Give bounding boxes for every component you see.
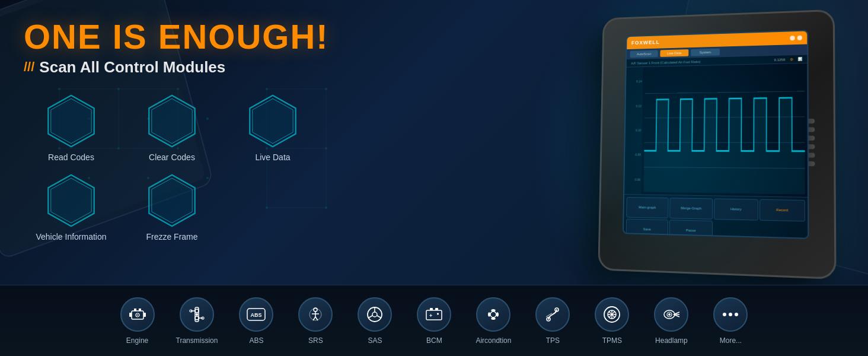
bcm-icon: + bbox=[417, 297, 451, 332]
svg-point-99 bbox=[137, 314, 138, 316]
svg-marker-68 bbox=[51, 178, 91, 223]
clear-codes-label: Clear Codes bbox=[149, 152, 195, 162]
btn-save[interactable]: Save bbox=[626, 218, 669, 239]
svg-line-119 bbox=[368, 316, 372, 318]
svg-rect-97 bbox=[143, 313, 146, 317]
svg-point-128 bbox=[490, 312, 496, 317]
clear-codes-hex bbox=[145, 94, 199, 148]
main-headline: ONE IS ENOUGH! bbox=[24, 18, 541, 56]
screen-graph: 0.14 0.12 0.10 0.08 0.06 bbox=[624, 63, 808, 197]
svg-rect-122 bbox=[430, 308, 433, 310]
svg-point-149 bbox=[723, 313, 726, 316]
read-codes-label: Read Codes bbox=[48, 152, 94, 162]
transmission-icon bbox=[180, 297, 214, 332]
sas-label: SAS bbox=[368, 336, 382, 345]
read-codes-hex bbox=[44, 94, 98, 148]
ac-label: Aircondtion bbox=[476, 336, 511, 345]
svg-text:ABS: ABS bbox=[251, 312, 262, 318]
svg-text:+: + bbox=[429, 313, 432, 319]
svg-point-117 bbox=[372, 312, 377, 317]
screen-controls: Main-graph Merge-Graph History Record Sa… bbox=[624, 194, 808, 239]
transmission-label: Transmission bbox=[176, 336, 218, 345]
svg-point-102 bbox=[196, 313, 198, 316]
vehicle-info-label: Vehicle Information bbox=[36, 232, 106, 241]
bcm-label: BCM bbox=[426, 336, 442, 345]
y-axis: 0.14 0.12 0.10 0.08 0.06 bbox=[624, 67, 643, 194]
device-screen: FOXWELL AutoScan Live Data System A/F Se… bbox=[623, 30, 809, 239]
module-bcm[interactable]: + BCM bbox=[413, 297, 455, 345]
svg-marker-56 bbox=[253, 98, 293, 144]
features-grid: Read Codes bbox=[24, 94, 541, 241]
graph-area bbox=[642, 63, 808, 197]
btn-merge-graph[interactable]: Merge-Graph bbox=[669, 198, 713, 219]
svg-line-139 bbox=[609, 312, 611, 313]
freeze-frame-hex bbox=[145, 174, 199, 227]
module-transmission[interactable]: Transmission bbox=[176, 297, 218, 345]
tab-autoscan[interactable]: AutoScan bbox=[630, 50, 658, 58]
svg-point-134 bbox=[611, 313, 614, 316]
more-icon bbox=[713, 297, 748, 332]
svg-rect-94 bbox=[134, 309, 136, 311]
live-data-hex bbox=[246, 94, 299, 148]
module-srs[interactable]: SRS bbox=[295, 297, 336, 345]
feature-vehicle-information[interactable]: Vehicle Information bbox=[24, 174, 119, 241]
module-tpms[interactable]: TPMS bbox=[591, 297, 633, 345]
svg-point-150 bbox=[729, 313, 732, 316]
sas-icon bbox=[358, 297, 392, 332]
svg-point-101 bbox=[195, 309, 199, 313]
chevron-marks: /// bbox=[24, 59, 34, 75]
feature-read-codes[interactable]: Read Codes bbox=[24, 94, 119, 162]
svg-line-120 bbox=[377, 316, 381, 318]
svg-point-103 bbox=[195, 316, 199, 320]
device-area: FOXWELL AutoScan Live Data System A/F Se… bbox=[542, 0, 868, 285]
tpms-icon bbox=[595, 297, 629, 332]
feature-clear-codes[interactable]: Clear Codes bbox=[125, 94, 219, 162]
btn-pause[interactable]: Pause bbox=[669, 220, 713, 239]
module-tps[interactable]: TPS bbox=[532, 297, 573, 345]
module-headlamp[interactable]: Headlamp bbox=[650, 297, 692, 345]
main-container: ONE IS ENOUGH! /// Scan All Control Modu… bbox=[0, 0, 868, 356]
btn-record[interactable]: Record bbox=[760, 199, 805, 221]
module-aircondtion[interactable]: Aircondtion bbox=[473, 297, 514, 345]
module-more[interactable]: More... bbox=[710, 297, 751, 345]
device-brand-logo: FOXWELL bbox=[631, 39, 660, 46]
tab-livedata[interactable]: Live Data bbox=[660, 49, 688, 57]
module-abs[interactable]: ABS ABS bbox=[235, 297, 277, 345]
svg-rect-123 bbox=[435, 308, 438, 310]
device-body: FOXWELL AutoScan Live Data System A/F Se… bbox=[598, 9, 836, 279]
svg-rect-95 bbox=[139, 309, 141, 311]
subheadline: /// Scan All Control Modules bbox=[24, 58, 541, 77]
svg-rect-96 bbox=[129, 313, 132, 317]
more-label: More... bbox=[720, 336, 742, 345]
feature-live-data[interactable]: Live Data bbox=[225, 94, 320, 162]
svg-marker-41 bbox=[152, 98, 192, 144]
svg-point-148 bbox=[668, 313, 671, 316]
tps-label: TPS bbox=[546, 336, 560, 345]
svg-line-140 bbox=[613, 316, 615, 317]
btn-history[interactable]: History bbox=[714, 198, 758, 220]
svg-rect-121 bbox=[426, 310, 442, 320]
abs-icon: ABS bbox=[239, 297, 273, 332]
tps-icon bbox=[535, 297, 570, 332]
module-engine[interactable]: Engine bbox=[117, 297, 158, 345]
svg-marker-31 bbox=[51, 98, 91, 144]
abs-label: ABS bbox=[249, 336, 263, 345]
svg-marker-79 bbox=[152, 178, 192, 223]
srs-icon bbox=[298, 297, 333, 332]
bottom-module-bar: Engine Transmission bbox=[0, 285, 868, 356]
feature-freeze-frame[interactable]: Frezze Frame bbox=[125, 174, 219, 241]
module-sas[interactable]: SAS bbox=[354, 297, 395, 345]
svg-line-142 bbox=[609, 316, 611, 317]
srs-label: SRS bbox=[308, 336, 323, 345]
svg-line-141 bbox=[613, 312, 615, 313]
engine-label: Engine bbox=[126, 336, 148, 345]
tab-system[interactable]: System bbox=[691, 49, 720, 56]
freeze-frame-label: Frezze Frame bbox=[146, 232, 197, 241]
subtitle-text: Scan All Control Modules bbox=[39, 58, 225, 77]
btn-main-graph[interactable]: Main-graph bbox=[626, 197, 668, 218]
svg-point-151 bbox=[735, 313, 738, 316]
vehicle-info-hex bbox=[44, 174, 98, 227]
headlamp-icon bbox=[654, 297, 688, 332]
ac-icon bbox=[476, 297, 510, 332]
live-data-label: Live Data bbox=[255, 152, 290, 162]
